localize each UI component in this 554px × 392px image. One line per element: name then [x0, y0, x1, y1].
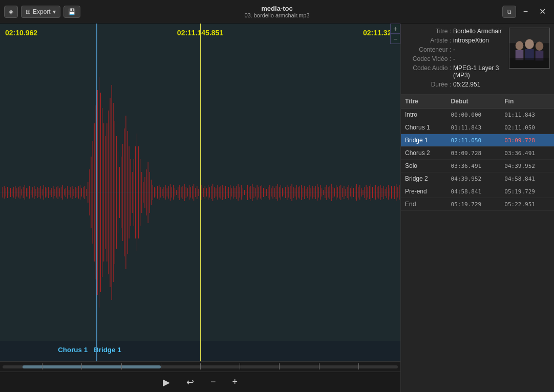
play-button[interactable]: ▶ — [159, 375, 174, 390]
position-marker-yellow — [200, 24, 201, 361]
table-row[interactable]: Intro00:00.00001:11.843 — [401, 108, 554, 121]
save-button[interactable]: 💾 — [63, 6, 80, 18]
cell-debut-5: 04:39.952 — [447, 172, 501, 185]
titlebar-center: media-toc 03. bordello armchair.mp3 — [244, 5, 309, 18]
conteneur-row: Conteneur : - — [405, 46, 505, 53]
menu-icon: ◈ — [9, 8, 13, 15]
col-titre: Titre — [401, 95, 447, 108]
titlebar: ◈ ⊞ Export ▾ 💾 media-toc 03. bordello ar… — [0, 0, 554, 24]
album-art-svg — [509, 28, 549, 68]
cell-fin-2: 03:09.728 — [500, 134, 554, 147]
scrollbar-track[interactable] — [3, 365, 398, 368]
codec-video-row: Codec Vidéo : - — [405, 55, 505, 62]
codec-video-value: - — [453, 55, 505, 62]
export-icon: ⊞ — [26, 8, 31, 15]
time-left: 02:10.962 — [5, 29, 37, 37]
cell-fin-3: 03:36.491 — [500, 147, 554, 160]
table-row[interactable]: Bridge 204:39.95204:58.841 — [401, 172, 554, 185]
table-row[interactable]: Solo03:36.49104:39.952 — [401, 160, 554, 172]
cell-fin-0: 01:11.843 — [500, 108, 554, 121]
waveform-container[interactable]: 02:10.962 02:11.145.851 02:11.329 — [0, 24, 400, 361]
cell-debut-3: 03:09.728 — [447, 147, 501, 160]
bottom-controls: ▶ ↩ − + — [0, 372, 400, 392]
cell-debut-7: 05:19.729 — [447, 198, 501, 211]
cell-debut-0: 00:00.000 — [447, 108, 501, 121]
cell-fin-5: 04:58.841 — [500, 172, 554, 185]
duree-row: Durée : 05:22.951 — [405, 81, 505, 88]
conteneur-value: - — [453, 46, 505, 53]
cell-debut-6: 04:58.841 — [447, 185, 501, 198]
cell-titre-6: Pre-end — [401, 185, 447, 198]
chapters-table: Titre Début Fin Intro00:00.00001:11.843C… — [401, 95, 554, 211]
metadata-fields: + − Titre : Bordello Armchair Artiste : … — [405, 28, 505, 90]
cell-titre-2: Bridge 1 — [401, 134, 447, 147]
cell-titre-3: Chorus 2 — [401, 147, 447, 160]
loop-button[interactable]: ↩ — [182, 375, 198, 390]
titre-value: Bordello Armchair — [453, 28, 505, 35]
titre-row: Titre : Bordello Armchair — [405, 28, 505, 35]
save-icon: 💾 — [68, 8, 76, 15]
plus-side-button[interactable]: + — [390, 24, 400, 34]
zoom-buttons: + − — [390, 24, 400, 44]
minus-side-button[interactable]: − — [390, 34, 400, 44]
cell-titre-1: Chorus 1 — [401, 121, 447, 134]
cell-titre-4: Solo — [401, 160, 447, 172]
codec-video-label: Codec Vidéo : — [405, 55, 451, 62]
codec-audio-label: Codec Audio : — [405, 64, 451, 72]
table-row[interactable]: Pre-end04:58.84105:19.729 — [401, 185, 554, 198]
cell-debut-1: 01:11.843 — [447, 121, 501, 134]
cell-titre-0: Intro — [401, 108, 447, 121]
duree-value: 05:22.951 — [453, 81, 505, 88]
titlebar-right: ⧉ − ✕ — [502, 6, 550, 18]
file-subtitle: 03. bordello armchair.mp3 — [244, 12, 309, 18]
chapters-tbody: Intro00:00.00001:11.843Chorus 101:11.843… — [401, 108, 554, 211]
cell-debut-2: 02:11.050 — [447, 134, 501, 147]
position-marker-blue — [96, 24, 97, 361]
svg-point-263 — [536, 41, 544, 51]
artiste-row: Artiste : introspeXtion — [405, 37, 505, 44]
zoom-minus-button[interactable]: − — [206, 375, 220, 389]
export-button[interactable]: ⊞ Export ▾ — [21, 6, 60, 18]
cell-titre-5: Bridge 2 — [401, 172, 447, 185]
cell-debut-4: 03:36.491 — [447, 160, 501, 172]
info-panel: + − Titre : Bordello Armchair Artiste : … — [400, 24, 554, 392]
svg-rect-265 — [509, 58, 549, 69]
artiste-value: introspeXtion — [453, 37, 505, 44]
table-row[interactable]: Chorus 101:11.84302:11.050 — [401, 121, 554, 134]
scrollbar-area[interactable] — [0, 361, 400, 372]
table-row[interactable]: End05:19.72905:22.951 — [401, 198, 554, 211]
col-fin: Fin — [500, 95, 554, 108]
cell-fin-4: 04:39.952 — [500, 160, 554, 172]
metadata-section: + − Titre : Bordello Armchair Artiste : … — [401, 24, 554, 95]
cell-titre-7: End — [401, 198, 447, 211]
chapters-section[interactable]: Titre Début Fin Intro00:00.00001:11.843C… — [401, 95, 554, 392]
titlebar-left: ◈ ⊞ Export ▾ 💾 — [4, 6, 80, 18]
app-title: media-toc — [244, 5, 309, 12]
conteneur-label: Conteneur : — [405, 46, 451, 53]
svg-point-261 — [525, 39, 534, 49]
scrollbar-thumb[interactable] — [23, 365, 161, 368]
svg-point-259 — [516, 41, 524, 50]
zoom-plus-button[interactable]: + — [228, 375, 242, 389]
table-row[interactable]: Bridge 102:11.05003:09.728 — [401, 134, 554, 147]
export-label: Export — [33, 8, 51, 15]
codec-audio-row: Codec Audio : MPEG-1 Layer 3 (MP3) — [405, 64, 505, 79]
minimize-button[interactable]: − — [519, 6, 532, 17]
close-button[interactable]: ✕ — [535, 6, 550, 17]
menu-button[interactable]: ◈ — [4, 6, 18, 18]
table-row[interactable]: Chorus 203:09.72803:36.491 — [401, 147, 554, 160]
copy-icon: ⧉ — [507, 8, 512, 15]
artiste-label: Artiste : — [405, 37, 451, 44]
album-art — [509, 28, 550, 69]
svg-text:Bridge 1: Bridge 1 — [94, 346, 121, 354]
cell-fin-6: 05:19.729 — [500, 185, 554, 198]
titre-label: Titre : — [405, 28, 451, 35]
table-header-row: Titre Début Fin — [401, 95, 554, 108]
duree-label: Durée : — [405, 81, 451, 88]
copy-button[interactable]: ⧉ — [502, 6, 516, 18]
cell-fin-1: 02:11.050 — [500, 121, 554, 134]
waveform-panel: 02:10.962 02:11.145.851 02:11.329 — [0, 24, 400, 392]
col-debut: Début — [447, 95, 501, 108]
main-content: 02:10.962 02:11.145.851 02:11.329 — [0, 24, 554, 392]
time-center: 02:11.145.851 — [177, 29, 223, 37]
